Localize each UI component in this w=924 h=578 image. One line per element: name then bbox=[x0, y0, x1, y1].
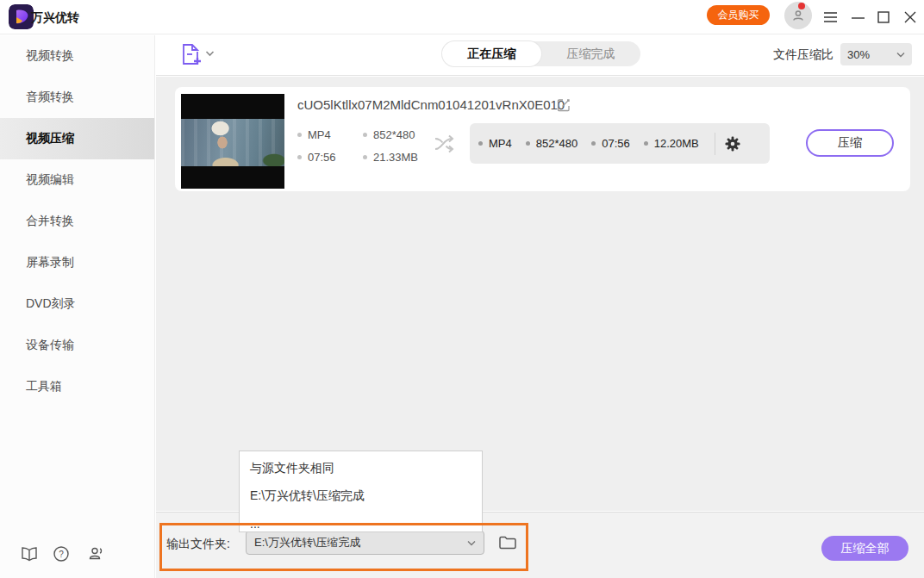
sidebar-item-device-transfer[interactable]: 设备传输 bbox=[0, 325, 154, 366]
dropdown-option-same-as-source[interactable]: 与源文件夹相同 bbox=[240, 455, 482, 482]
sidebar-item-video-compress[interactable]: 视频压缩 bbox=[0, 118, 154, 159]
sidebar-item-toolbox[interactable]: 工具箱 bbox=[0, 366, 154, 407]
output-resolution: 852*480 bbox=[526, 137, 578, 150]
output-folder-label: 输出文件夹: bbox=[166, 537, 230, 552]
sidebar-footer-icons: ? bbox=[0, 545, 155, 566]
output-folder-select[interactable]: E:\万兴优转\压缩完成 bbox=[246, 531, 484, 555]
menu-icon[interactable] bbox=[820, 7, 840, 28]
titlebar: 万兴优转 会员购买 bbox=[0, 0, 924, 34]
gear-icon[interactable] bbox=[724, 135, 741, 152]
sidebar-item-screen-record[interactable]: 屏幕录制 bbox=[0, 242, 154, 283]
svg-text:?: ? bbox=[59, 550, 64, 559]
help-icon[interactable]: ? bbox=[53, 545, 70, 562]
tab-compress-finished[interactable]: 压缩完成 bbox=[541, 41, 640, 66]
folder-icon[interactable] bbox=[498, 533, 517, 552]
sidebar-item-merge-convert[interactable]: 合并转换 bbox=[0, 201, 154, 242]
content-area: cUO5lKtllx07M2MldCnm01041201vRnX0E010 MP… bbox=[156, 77, 924, 511]
chevron-down-icon bbox=[896, 52, 905, 58]
compression-ratio-select[interactable]: 30% bbox=[840, 43, 912, 65]
video-thumbnail[interactable] bbox=[181, 94, 284, 189]
tab-compressing[interactable]: 正在压缩 bbox=[442, 41, 541, 66]
compression-ratio-label: 文件压缩比 bbox=[773, 47, 833, 63]
maximize-icon[interactable] bbox=[873, 7, 894, 28]
compress-all-button[interactable]: 压缩全部 bbox=[821, 536, 908, 561]
edit-icon[interactable] bbox=[557, 98, 571, 112]
main-header: 正在压缩 压缩完成 文件压缩比 30% bbox=[156, 35, 924, 76]
output-duration: 07:56 bbox=[591, 137, 630, 150]
source-duration: 07:56 bbox=[297, 151, 363, 164]
minimize-icon[interactable] bbox=[847, 7, 868, 28]
app-logo-icon bbox=[9, 4, 34, 29]
sidebar-item-audio-convert[interactable]: 音频转换 bbox=[0, 77, 154, 118]
dropdown-option-browse[interactable]: ... bbox=[240, 510, 482, 532]
add-file-icon[interactable] bbox=[181, 43, 202, 65]
app-title: 万兴优转 bbox=[31, 10, 79, 26]
chevron-down-icon bbox=[467, 540, 476, 546]
sidebar: 视频转换 音频转换 视频压缩 视频编辑 合并转换 屏幕录制 DVD刻录 设备传输… bbox=[0, 35, 155, 578]
file-name: cUO5lKtllx07M2MldCnm01041201vRnX0E010 bbox=[297, 97, 565, 112]
user-avatar-icon[interactable] bbox=[784, 2, 812, 29]
book-icon[interactable] bbox=[21, 545, 38, 562]
output-format: MP4 bbox=[478, 137, 512, 150]
divider bbox=[715, 133, 715, 155]
tab-group: 正在压缩 压缩完成 bbox=[442, 41, 640, 66]
source-format: MP4 bbox=[297, 128, 363, 141]
shuffle-icon bbox=[434, 133, 459, 155]
output-folder-dropdown: 与源文件夹相同 E:\万兴优转\压缩完成 ... bbox=[239, 451, 483, 532]
app-window: 万兴优转 会员购买 视频转换 音频转换 视频压缩 视频编辑 合并转换 屏幕录 bbox=[0, 0, 924, 578]
close-icon[interactable] bbox=[900, 7, 921, 28]
sidebar-item-dvd-burn[interactable]: DVD刻录 bbox=[0, 283, 154, 325]
buy-membership-button[interactable]: 会员购买 bbox=[707, 5, 770, 25]
chevron-down-icon[interactable] bbox=[205, 50, 215, 57]
notification-dot bbox=[798, 3, 805, 9]
contact-icon[interactable] bbox=[87, 545, 104, 562]
source-info: MP4 852*480 07:56 21.33MB bbox=[297, 128, 449, 164]
sidebar-item-video-convert[interactable]: 视频转换 bbox=[0, 35, 154, 77]
sidebar-item-video-edit[interactable]: 视频编辑 bbox=[0, 159, 154, 201]
task-card: cUO5lKtllx07M2MldCnm01041201vRnX0E010 MP… bbox=[175, 87, 910, 191]
output-size: 12.20MB bbox=[644, 137, 699, 150]
dropdown-option-default-path[interactable]: E:\万兴优转\压缩完成 bbox=[240, 482, 482, 510]
output-settings-box[interactable]: MP4 852*480 07:56 12.20MB bbox=[470, 123, 770, 164]
compress-button[interactable]: 压缩 bbox=[806, 129, 894, 157]
